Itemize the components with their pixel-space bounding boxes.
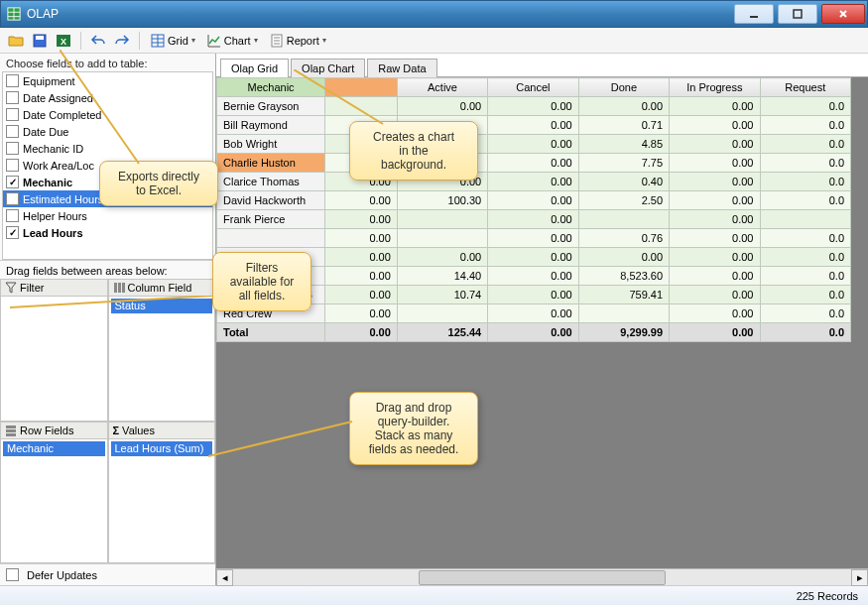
- grid-cell[interactable]: 10.74: [397, 286, 487, 304]
- grid-cell[interactable]: 0.00: [488, 229, 578, 248]
- grid-cell[interactable]: 0.00: [670, 229, 760, 248]
- grid-cell[interactable]: 0.00: [670, 154, 760, 173]
- grid-cell[interactable]: 0.00: [488, 286, 578, 304]
- scroll-right-button[interactable]: ▸: [851, 569, 868, 586]
- field-checkbox[interactable]: ✓: [6, 226, 19, 239]
- field-checkbox[interactable]: ✓: [6, 176, 19, 188]
- grid-cell[interactable]: 0.00: [325, 267, 398, 286]
- report-dropdown[interactable]: Report ▾: [266, 31, 330, 51]
- grid-cell[interactable]: 0.00: [397, 173, 487, 191]
- grid-cell[interactable]: 14.40: [397, 267, 487, 286]
- field-row[interactable]: ✓Lead Hours: [3, 224, 212, 241]
- grid-cell[interactable]: 0.00: [670, 304, 760, 323]
- grid-cell[interactable]: 0.00: [670, 191, 760, 210]
- column-header[interactable]: Active: [397, 78, 487, 97]
- row-label[interactable]: Bill Raymond: [217, 116, 325, 135]
- grid-cell[interactable]: 0.71: [578, 116, 669, 135]
- field-row[interactable]: Date Completed: [3, 106, 212, 123]
- values-area[interactable]: Lead Hours (Sum): [108, 439, 216, 564]
- row-label[interactable]: David Hackworth: [217, 191, 325, 210]
- field-row[interactable]: Helper Hours: [3, 207, 212, 224]
- row-label[interactable]: [217, 248, 325, 267]
- grid-cell[interactable]: 0.00: [325, 191, 398, 210]
- grid-cell[interactable]: 0.76: [578, 229, 669, 248]
- grid-cell[interactable]: 0.00: [488, 304, 578, 323]
- column-drop-zone[interactable]: [325, 78, 398, 97]
- grid-cell[interactable]: 0.0: [760, 97, 851, 116]
- column-header[interactable]: Cancel: [488, 78, 578, 97]
- grid-cell[interactable]: 0.40: [578, 173, 669, 191]
- row-label[interactable]: Clarice Thomas: [217, 173, 325, 191]
- field-checkbox[interactable]: [6, 91, 19, 104]
- grid-cell[interactable]: 0.0: [760, 304, 851, 323]
- grid-cell[interactable]: 0.00: [488, 191, 578, 210]
- field-checkbox[interactable]: [6, 159, 19, 172]
- grid-cell[interactable]: 2.50: [578, 191, 669, 210]
- field-checkbox[interactable]: [6, 209, 19, 222]
- grid-cell[interactable]: 0.00: [325, 210, 398, 229]
- close-button[interactable]: [821, 4, 865, 24]
- grid-cell[interactable]: 0.00: [325, 229, 398, 248]
- grid-cell[interactable]: 0.0: [760, 191, 851, 210]
- grid-cell[interactable]: 0.00: [488, 154, 578, 173]
- values-tag-leadhours[interactable]: Lead Hours (Sum): [111, 441, 213, 456]
- mechanic-header[interactable]: Mechanic: [217, 78, 325, 97]
- grid-cell[interactable]: 0.00: [325, 173, 398, 191]
- scroll-thumb[interactable]: [419, 570, 666, 585]
- field-row[interactable]: Equipment: [3, 72, 212, 89]
- grid-cell[interactable]: 0.00: [670, 116, 760, 135]
- grid-cell[interactable]: 0.0: [760, 154, 851, 173]
- excel-export-icon[interactable]: X: [54, 31, 73, 51]
- field-row[interactable]: ✓Mechanic: [3, 174, 212, 190]
- tab-olap-grid[interactable]: Olap Grid: [220, 59, 289, 77]
- grid-cell[interactable]: [760, 210, 851, 229]
- scroll-left-button[interactable]: ◂: [216, 569, 233, 586]
- grid-cell[interactable]: [325, 154, 398, 173]
- minimize-button[interactable]: [734, 4, 774, 24]
- tab-raw-data[interactable]: Raw Data: [367, 59, 436, 77]
- row-label[interactable]: [217, 229, 325, 248]
- field-checkbox[interactable]: [6, 192, 19, 205]
- olap-grid[interactable]: MechanicActiveCancelDoneIn ProgressReque…: [216, 77, 851, 342]
- grid-cell[interactable]: [397, 304, 487, 323]
- field-list[interactable]: EquipmentDate AssignedDate CompletedDate…: [2, 71, 213, 260]
- field-checkbox[interactable]: [6, 125, 19, 138]
- grid-cell[interactable]: 8,523.60: [578, 267, 669, 286]
- grid-cell[interactable]: 4.85: [578, 135, 669, 154]
- grid-cell[interactable]: 0.00: [488, 267, 578, 286]
- grid-cell[interactable]: 0.00: [488, 173, 578, 191]
- grid-cell[interactable]: [325, 135, 398, 154]
- maximize-button[interactable]: [778, 4, 817, 24]
- column-header[interactable]: In Progress: [670, 78, 760, 97]
- grid-cell[interactable]: 0.00: [670, 286, 760, 304]
- grid-cell[interactable]: [397, 154, 487, 173]
- field-row[interactable]: Date Due: [3, 123, 212, 140]
- grid-cell[interactable]: 0.00: [488, 116, 578, 135]
- field-row[interactable]: Date Assigned: [3, 89, 212, 106]
- field-row[interactable]: Mechanic ID: [3, 140, 212, 157]
- grid-cell[interactable]: 0.00: [670, 173, 760, 191]
- grid-cell[interactable]: 0.0: [760, 248, 851, 267]
- column-tag-status[interactable]: Status: [111, 299, 213, 313]
- undo-icon[interactable]: [88, 31, 108, 51]
- open-icon[interactable]: [6, 31, 26, 51]
- grid-cell[interactable]: 0.00: [670, 97, 760, 116]
- grid-cell[interactable]: 0.00: [670, 135, 760, 154]
- grid-cell[interactable]: 0.00: [488, 135, 578, 154]
- grid-cell[interactable]: 759.41: [578, 286, 669, 304]
- filter-area[interactable]: [0, 297, 108, 422]
- field-row[interactable]: Estimated Hours: [3, 190, 212, 207]
- grid-cell[interactable]: [397, 135, 487, 154]
- chart-dropdown[interactable]: Chart ▾: [203, 31, 262, 51]
- row-label[interactable]: Bob Wright: [217, 135, 325, 154]
- field-checkbox[interactable]: [6, 74, 19, 87]
- redo-icon[interactable]: [112, 31, 132, 51]
- row-label[interactable]: Frank Pierce: [217, 210, 325, 229]
- grid-cell[interactable]: 100.30: [397, 191, 487, 210]
- grid-cell[interactable]: 0.0: [760, 173, 851, 191]
- column-area[interactable]: Status: [108, 297, 216, 422]
- grid-cell[interactable]: 0.00: [325, 304, 398, 323]
- grid-cell[interactable]: 0.00: [397, 248, 487, 267]
- row-label[interactable]: Charlie Huston: [217, 154, 325, 173]
- grid-dropdown[interactable]: Grid ▾: [147, 31, 199, 51]
